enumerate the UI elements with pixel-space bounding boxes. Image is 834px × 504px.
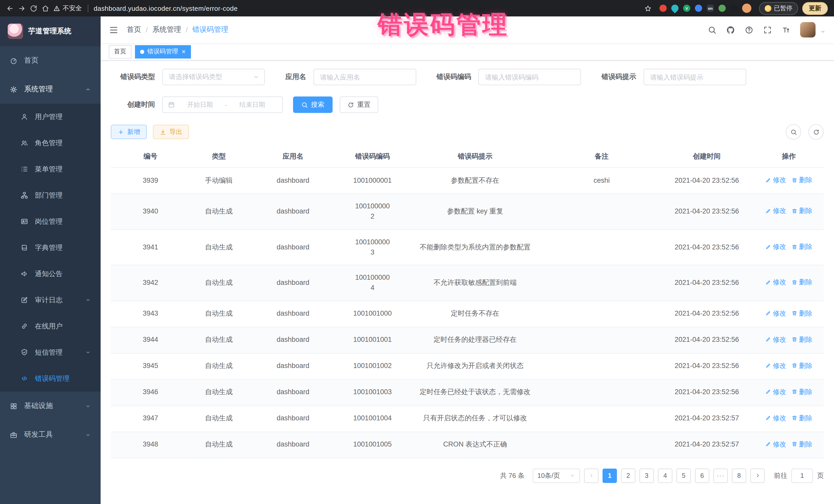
teal-drop-extension-icon[interactable] <box>670 3 680 13</box>
address-bar[interactable]: dashboard.yudao.iocoder.cn/system/error-… <box>94 4 238 12</box>
sidebar-item-dict[interactable]: 字典管理 <box>0 235 101 261</box>
edit-link[interactable]: 修改 <box>765 334 786 344</box>
edit-link[interactable]: 修改 <box>765 439 786 449</box>
sidebar-item-notice[interactable]: 通知公告 <box>0 261 101 287</box>
font-size-icon[interactable] <box>782 25 790 34</box>
delete-link-label: 删除 <box>799 334 812 344</box>
goto-page-input[interactable] <box>791 468 813 483</box>
page-button-1[interactable]: 1 <box>602 468 617 483</box>
prev-page-button[interactable] <box>584 468 598 483</box>
edit-link[interactable]: 修改 <box>765 413 786 423</box>
reset-button[interactable]: 重置 <box>340 96 378 113</box>
app-logo[interactable]: 芋道管理系统 <box>0 17 101 46</box>
page-button-5[interactable]: 5 <box>676 468 691 483</box>
browser-home-icon[interactable] <box>42 4 49 12</box>
edit-link[interactable]: 修改 <box>765 206 786 216</box>
page-button-6[interactable]: 6 <box>695 468 709 483</box>
delete-link[interactable]: 删除 <box>791 360 812 371</box>
browser-reload-icon[interactable] <box>30 4 38 12</box>
update-button[interactable]: 更新 <box>802 2 828 15</box>
on-badge-extension-icon[interactable]: on <box>707 5 714 12</box>
search-button[interactable]: 搜索 <box>293 96 333 113</box>
sidebar-item-home[interactable]: 首页 <box>0 46 101 75</box>
dark-extension-icon[interactable] <box>730 5 738 12</box>
bookmark-star-icon[interactable] <box>644 4 652 12</box>
cell-id: 3939 <box>111 168 190 194</box>
delete-link[interactable]: 删除 <box>791 175 812 185</box>
delete-link[interactable]: 删除 <box>791 278 812 287</box>
page-button-4[interactable]: 4 <box>658 468 672 483</box>
help-icon[interactable] <box>745 25 753 34</box>
red-extension-icon[interactable] <box>659 5 667 12</box>
page-size-select[interactable]: 10条/页 <box>533 468 580 483</box>
blue-grid-extension-icon[interactable] <box>695 5 702 12</box>
tab-close-icon[interactable]: × <box>182 48 185 55</box>
tab-error-code[interactable]: 错误码管理× <box>135 45 191 58</box>
delete-link[interactable]: 删除 <box>791 308 812 318</box>
error-code-input[interactable] <box>478 69 581 85</box>
pencil-icon <box>765 208 771 214</box>
page-button-2[interactable]: 2 <box>621 468 635 483</box>
paused-badge[interactable]: 已暂停 <box>759 2 798 15</box>
sidebar-item-menu[interactable]: 菜单管理 <box>0 156 101 182</box>
create-time-range-picker[interactable]: 开始日期 - 结束日期 <box>162 96 283 113</box>
user-avatar[interactable] <box>800 22 815 38</box>
sidebar-item-dept[interactable]: 部门管理 <box>0 182 101 209</box>
sidebar-item-label: 菜单管理 <box>35 165 63 174</box>
cell-memo <box>544 229 660 265</box>
delete-link[interactable]: 删除 <box>791 242 812 252</box>
sidebar-toggle-icon[interactable] <box>109 25 118 35</box>
toggle-search-button[interactable] <box>786 124 801 139</box>
more-pages-button[interactable]: ··· <box>714 468 728 483</box>
table-row: 3945自动生成dashboard1001001002只允许修改为开启或者关闭状… <box>111 353 824 379</box>
edit-link[interactable]: 修改 <box>765 242 786 252</box>
cell-msg: 不允许获取敏感配置到前端 <box>407 265 544 301</box>
leaf-extension-icon[interactable] <box>719 5 726 12</box>
delete-link[interactable]: 删除 <box>791 387 812 397</box>
browser-forward-icon[interactable] <box>18 4 26 12</box>
sidebar-item-post[interactable]: 岗位管理 <box>0 209 101 235</box>
error-type-select[interactable]: 请选择错误码类型 <box>162 69 265 85</box>
sidebar-item-user[interactable]: 用户管理 <box>0 104 101 130</box>
sidebar-item-system[interactable]: 系统管理 <box>0 75 101 104</box>
sidebar-item-sms[interactable]: 短信管理 <box>0 339 101 366</box>
export-button[interactable]: 导出 <box>153 125 189 139</box>
sidebar-item-online-user[interactable]: 在线用户 <box>0 313 101 339</box>
trash-icon <box>791 177 797 183</box>
edit-link[interactable]: 修改 <box>765 387 786 397</box>
edit-link[interactable]: 修改 <box>765 360 786 371</box>
chevron-down-icon <box>85 297 91 303</box>
fullscreen-icon[interactable] <box>763 25 772 34</box>
delete-link[interactable]: 删除 <box>791 206 812 216</box>
header-search-icon[interactable] <box>708 25 717 34</box>
edit-link[interactable]: 修改 <box>765 175 786 185</box>
sidebar-item-dev-tools[interactable]: 研发工具 <box>0 420 101 449</box>
cell-code: 1001001001 <box>338 327 407 353</box>
sidebar-item-audit-log[interactable]: 审计日志 <box>0 287 101 313</box>
page-button-3[interactable]: 3 <box>639 468 654 483</box>
green-v-extension-icon[interactable]: V <box>683 5 690 12</box>
github-icon[interactable] <box>726 25 735 34</box>
edit-link[interactable]: 修改 <box>765 308 786 318</box>
error-hint-input[interactable] <box>643 69 746 85</box>
browser-back-icon[interactable] <box>6 4 14 12</box>
edit-link[interactable]: 修改 <box>765 278 786 287</box>
breadcrumb-item[interactable]: 系统管理 <box>152 25 181 35</box>
add-button[interactable]: 新增 <box>111 125 147 139</box>
cell-time: 2021-04-20 23:52:57 <box>660 432 754 458</box>
sidebar-item-role[interactable]: 角色管理 <box>0 130 101 156</box>
delete-link[interactable]: 删除 <box>791 334 812 344</box>
security-indicator[interactable]: 不安全 <box>53 4 82 13</box>
breadcrumb-item[interactable]: 首页 <box>127 25 141 35</box>
next-page-button[interactable] <box>750 468 765 483</box>
delete-link[interactable]: 删除 <box>791 413 812 423</box>
tab-home[interactable]: 首页 <box>109 45 131 58</box>
caret-down-icon[interactable] <box>820 29 826 35</box>
delete-link[interactable]: 删除 <box>791 439 812 449</box>
sidebar-item-infra[interactable]: 基础设施 <box>0 392 101 420</box>
sidebar-item-error-code[interactable]: 错误码管理 <box>0 366 101 392</box>
page-button-8[interactable]: 8 <box>732 468 746 483</box>
app-name-input[interactable] <box>313 69 416 85</box>
refresh-table-button[interactable] <box>808 124 824 139</box>
profile-avatar-icon[interactable] <box>742 4 751 13</box>
